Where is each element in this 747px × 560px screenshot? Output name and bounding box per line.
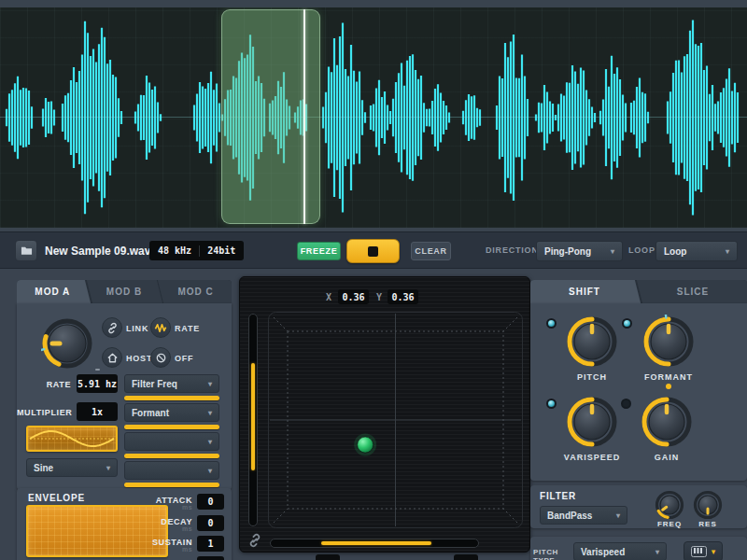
direction-label: DIRECTION — [486, 245, 539, 255]
sampler-plugin-window: New Sample 09.wav 48 kHz 24bit FREEZE CL… — [0, 0, 747, 560]
stop-icon — [368, 246, 378, 257]
shift-panel: PITCH FORMANT VARISPEED GAIN — [530, 303, 747, 481]
gain-knob[interactable] — [640, 395, 694, 453]
varispeed-mod-led[interactable] — [546, 399, 557, 409]
waveform-selection[interactable] — [221, 9, 320, 224]
mod-tab-bar: MOD A MOD B MOD C — [17, 280, 232, 303]
decay-value[interactable]: 0 — [197, 515, 224, 531]
filter-type-select[interactable]: BandPass ▾ — [540, 506, 627, 525]
mod-amount-slider-2[interactable] — [124, 425, 219, 429]
chevron-down-icon: ▾ — [208, 467, 212, 475]
y-axis-slider[interactable] — [248, 314, 258, 526]
y-readout-value[interactable]: 0.36 — [388, 289, 418, 304]
mod-target-select-1[interactable]: Filter Freq ▾ — [124, 374, 219, 393]
envelope-display[interactable] — [26, 505, 168, 557]
tab-mod-a[interactable]: MOD A — [17, 280, 89, 303]
open-file-button[interactable] — [15, 240, 37, 261]
waveform-centerline — [0, 117, 747, 118]
clear-button[interactable]: CLEAR — [411, 242, 451, 260]
xy-pad-panel: X 0.36 Y 0.36 — [239, 276, 530, 553]
pitch-type-panel: PITCH TYPE Varispeed ▾ ▾ — [530, 537, 747, 560]
chevron-down-icon: ▾ — [208, 409, 212, 417]
link-button-label: LINK — [126, 324, 148, 333]
host-sync-button[interactable] — [102, 347, 122, 368]
tab-mod-b[interactable]: MOD B — [89, 280, 161, 303]
lfo-shape-select[interactable]: Sine ▾ — [26, 458, 118, 477]
lfo-shape-value: Sine — [34, 463, 53, 473]
filter-panel: FILTER BandPass ▾ FREQ RES — [530, 485, 747, 528]
mod-panel: LINK RATE HOST OFF RATE — [17, 303, 232, 490]
formant-mod-dot — [666, 384, 671, 389]
rate-value[interactable]: 5.91 hz — [77, 374, 118, 393]
varispeed-knob-label: VARISPEED — [555, 453, 629, 462]
link-icon — [106, 322, 119, 334]
x-axis-slider[interactable] — [270, 539, 479, 548]
direction-select[interactable]: Ping-Pong ▾ — [536, 241, 623, 261]
envelope-title: ENVELOPE — [28, 493, 85, 503]
rate-mode-button[interactable] — [150, 317, 171, 338]
formant-knob[interactable] — [641, 315, 696, 372]
sample-rate: 48 kHz — [158, 245, 191, 256]
waveform-panel — [0, 0, 747, 231]
pitch-mod-led[interactable] — [546, 318, 557, 329]
loop-select[interactable]: Loop ▾ — [655, 241, 738, 261]
waveform-display[interactable] — [0, 7, 747, 228]
tick-mark — [95, 369, 100, 371]
chevron-down-icon: ▾ — [616, 511, 620, 520]
record-stop-button[interactable] — [346, 239, 400, 263]
tab-shift[interactable]: SHIFT — [530, 280, 639, 303]
sample-file-name: New Sample 09.wav — [45, 245, 150, 258]
pitch-knob[interactable] — [565, 315, 619, 372]
sustain-value[interactable]: 1 — [197, 536, 224, 552]
mod-target-value-1: Filter Freq — [132, 379, 177, 389]
main-area: MOD A MOD B MOD C LINK RATE — [0, 269, 747, 560]
xy-pad[interactable] — [267, 311, 524, 529]
waveform-graph — [0, 7, 747, 228]
tab-slice[interactable]: SLICE — [639, 280, 747, 303]
chevron-down-icon: ▾ — [208, 438, 212, 446]
xy-link-icon[interactable] — [247, 533, 262, 548]
folder-icon — [21, 245, 33, 256]
gain-mod-led[interactable] — [621, 399, 631, 409]
loop-label: LOOP — [628, 245, 655, 255]
mod-target-select-2[interactable]: Formant ▾ — [124, 403, 219, 422]
x-readout-label: X — [326, 292, 331, 302]
mod-target-select-3[interactable]: ▾ — [124, 432, 219, 451]
gain-knob-label: GAIN — [629, 453, 704, 462]
mod-amount-slider-4[interactable] — [124, 483, 219, 487]
mod-target-select-4[interactable]: ▾ — [124, 461, 219, 480]
pitch-type-select[interactable]: Varispeed ▾ — [573, 542, 667, 560]
mod-off-label: OFF — [175, 354, 193, 363]
multiplier-value[interactable]: 1x — [77, 402, 118, 421]
freeze-button[interactable]: FREEZE — [297, 242, 341, 260]
host-sync-label: HOST — [126, 354, 152, 363]
attack-value[interactable]: 0 — [197, 494, 224, 510]
pitch-knob-label: PITCH — [555, 372, 629, 382]
sine-wave-graph — [28, 427, 116, 450]
mod-amount-slider-1[interactable] — [124, 396, 219, 400]
attack-unit: ms — [155, 504, 192, 511]
link-button[interactable] — [102, 317, 122, 338]
direction-value: Ping-Pong — [544, 246, 591, 257]
playhead — [303, 9, 305, 224]
filter-freq-label: FREQ — [651, 520, 688, 528]
keyboard-button[interactable]: ▾ — [684, 541, 723, 560]
varispeed-knob[interactable] — [565, 395, 619, 453]
envelope-panel: ENVELOPE ATTACK ms 0 DECAY ms 0 SUSTAIN … — [17, 488, 232, 560]
formant-knob-label: FORMANT — [631, 372, 706, 382]
mod-off-button[interactable] — [150, 347, 171, 368]
mod-target-value-2: Formant — [132, 408, 169, 418]
formant-mod-led[interactable] — [622, 318, 632, 329]
decay-unit: ms — [155, 525, 192, 532]
tab-mod-c[interactable]: MOD C — [160, 280, 232, 303]
release-value[interactable]: 0 — [197, 556, 224, 560]
chevron-down-icon: ▾ — [712, 547, 716, 556]
mod-amount-slider-3[interactable] — [124, 454, 219, 458]
y-readout-label: Y — [376, 292, 382, 302]
chevron-down-icon: ▾ — [611, 247, 614, 256]
off-icon — [155, 352, 167, 364]
lfo-shape-display[interactable] — [26, 426, 118, 452]
x-readout-value[interactable]: 0.36 — [338, 289, 369, 304]
mod-depth-knob[interactable] — [41, 317, 93, 373]
divider — [199, 245, 200, 257]
